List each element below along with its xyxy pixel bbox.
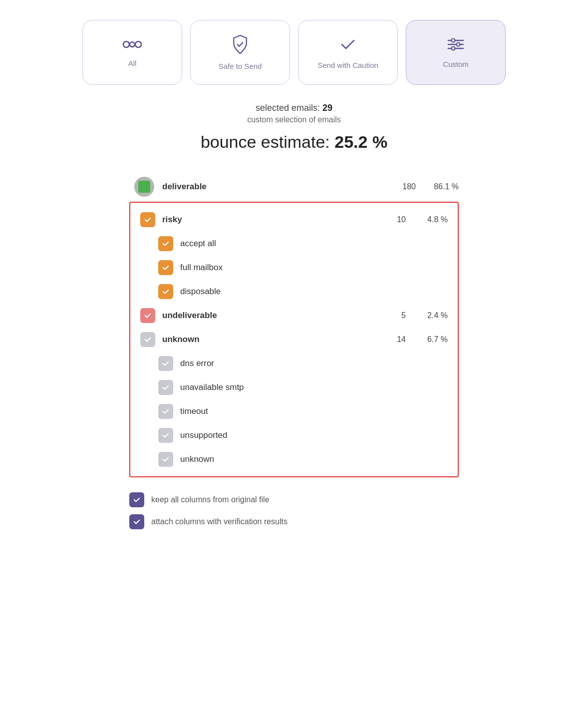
selected-emails-line: selected emails: 29 xyxy=(201,103,387,113)
label-unsupported: unsupported xyxy=(180,430,448,440)
filter-custom[interactable]: Custom xyxy=(406,20,506,85)
filter-send-with-caution[interactable]: Send with Caution xyxy=(298,20,398,85)
email-category-list: deliverable 180 86.1 % risky104.8 %accep… xyxy=(129,172,459,487)
label-dns-error: dns error xyxy=(180,358,448,368)
checkbox-keep-columns[interactable] xyxy=(129,492,144,507)
label-unavailable-smtp: unavailable smtp xyxy=(180,382,448,392)
shield-check-icon xyxy=(231,34,249,57)
count-undeliverable: 5 xyxy=(381,311,406,320)
bounce-estimate-value: 25.2 % xyxy=(334,132,387,151)
label-undeliverable: undeliverable xyxy=(162,311,374,321)
selected-emails-label: selected emails: xyxy=(256,103,320,113)
row-unknown-sub[interactable]: unknown xyxy=(140,447,448,471)
label-unknown: unknown xyxy=(162,335,374,345)
checkbox-unknown-sub[interactable] xyxy=(158,452,173,467)
checkbox-dns-error[interactable] xyxy=(158,356,173,371)
infinity-icon xyxy=(122,37,142,54)
row-unavailable-smtp[interactable]: unavailable smtp xyxy=(140,375,448,399)
label-disposable: disposable xyxy=(180,287,448,297)
label-risky: risky xyxy=(162,215,374,225)
filter-all[interactable]: All xyxy=(82,20,182,85)
filter-caution-label: Send with Caution xyxy=(317,61,378,69)
option-row-keep-columns[interactable]: keep all columns from original file xyxy=(129,492,459,507)
checkbox-timeout[interactable] xyxy=(158,404,173,419)
checkbox-undeliverable[interactable] xyxy=(140,308,155,323)
count-unknown: 14 xyxy=(381,335,406,344)
bounce-estimate-label: bounce estimate: xyxy=(201,132,330,151)
row-unsupported[interactable]: unsupported xyxy=(140,423,448,447)
option-label-attach-columns: attach columns with verification results xyxy=(151,517,288,526)
checkbox-accept-all[interactable] xyxy=(158,236,173,251)
filter-all-label: All xyxy=(128,59,137,67)
filter-safe-to-send[interactable]: Safe to Send xyxy=(190,20,290,85)
label-unknown-sub: unknown xyxy=(180,454,448,464)
deliverable-label: deliverable xyxy=(162,182,383,192)
filter-custom-label: Custom xyxy=(443,60,469,68)
bottom-options: keep all columns from original fileattac… xyxy=(129,492,459,529)
check-icon xyxy=(339,35,357,56)
bounce-estimate: bounce estimate: 25.2 % xyxy=(201,132,387,152)
option-row-attach-columns[interactable]: attach columns with verification results xyxy=(129,514,459,529)
checkbox-unsupported[interactable] xyxy=(158,428,173,443)
deliverable-count: 180 xyxy=(391,182,416,191)
green-square xyxy=(138,181,150,193)
row-risky[interactable]: risky104.8 % xyxy=(140,208,448,232)
option-label-keep-columns: keep all columns from original file xyxy=(151,495,270,504)
custom-selection-box: risky104.8 %accept allfull mailboxdispos… xyxy=(129,202,459,477)
label-timeout: timeout xyxy=(180,406,448,416)
row-undeliverable[interactable]: undeliverable52.4 % xyxy=(140,304,448,328)
deliverable-percent: 86.1 % xyxy=(424,182,459,191)
filter-safe-label: Safe to Send xyxy=(219,62,262,70)
label-full-mailbox: full mailbox xyxy=(180,263,448,273)
checkbox-unavailable-smtp[interactable] xyxy=(158,380,173,395)
row-full-mailbox[interactable]: full mailbox xyxy=(140,256,448,280)
row-unknown[interactable]: unknown146.7 % xyxy=(140,328,448,352)
count-risky: 10 xyxy=(381,215,406,224)
checkbox-attach-columns[interactable] xyxy=(129,514,144,529)
label-accept-all: accept all xyxy=(180,239,448,249)
checkbox-unknown[interactable] xyxy=(140,332,155,347)
percent-undeliverable: 2.4 % xyxy=(413,311,448,320)
row-timeout[interactable]: timeout xyxy=(140,399,448,423)
deliverable-indicator xyxy=(134,177,154,197)
svg-point-3 xyxy=(452,39,455,42)
filter-row: All Safe to Send Send with Caution xyxy=(82,20,506,85)
selected-emails-value: 29 xyxy=(322,103,332,113)
percent-risky: 4.8 % xyxy=(413,215,448,224)
percent-unknown: 6.7 % xyxy=(413,335,448,344)
deliverable-row: deliverable 180 86.1 % xyxy=(129,172,459,202)
svg-point-4 xyxy=(457,43,460,46)
stats-section: selected emails: 29 custom selection of … xyxy=(201,103,387,167)
custom-selection-text: custom selection of emails xyxy=(201,115,387,124)
checkbox-risky[interactable] xyxy=(140,212,155,227)
row-disposable[interactable]: disposable xyxy=(140,280,448,304)
row-dns-error[interactable]: dns error xyxy=(140,352,448,375)
row-accept-all[interactable]: accept all xyxy=(140,232,448,256)
sliders-icon xyxy=(446,36,465,55)
checkbox-full-mailbox[interactable] xyxy=(158,260,173,275)
checkbox-disposable[interactable] xyxy=(158,284,173,299)
svg-point-5 xyxy=(452,47,455,50)
